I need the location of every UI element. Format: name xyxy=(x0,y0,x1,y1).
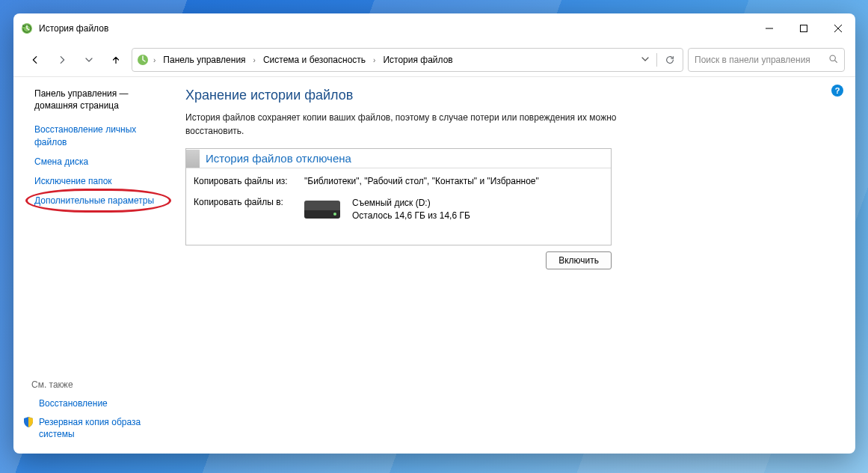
help-button[interactable]: ? xyxy=(831,85,843,97)
window-title: История файлов xyxy=(39,23,108,34)
sidebar-link-exclude-folders[interactable]: Исключение папок xyxy=(34,175,161,187)
page-title: Хранение истории файлов xyxy=(185,88,840,103)
status-heading: История файлов отключена xyxy=(200,149,357,168)
shield-icon xyxy=(22,416,34,428)
control-panel-window: История файлов xyxy=(13,13,855,454)
sidebar: Панель управления — домашняя страница Во… xyxy=(13,77,170,454)
sidebar-link-select-drive[interactable]: Смена диска xyxy=(34,156,161,168)
refresh-button[interactable] xyxy=(662,52,678,68)
up-button[interactable] xyxy=(105,49,127,71)
back-button[interactable] xyxy=(24,49,46,71)
status-panel: История файлов отключена Копировать файл… xyxy=(185,148,612,245)
see-also-item: Резервная копия образа системы xyxy=(22,416,161,440)
search-icon xyxy=(828,54,838,66)
see-also-item: Восстановление xyxy=(22,397,161,409)
see-also-system-image-link[interactable]: Резервная копия образа системы xyxy=(39,416,161,440)
copy-to-label: Копировать файлы в: xyxy=(194,197,304,222)
sidebar-link-advanced-settings[interactable]: Дополнительные параметры xyxy=(34,195,161,207)
app-icon xyxy=(21,22,33,34)
main-content: ? Хранение истории файлов История файлов… xyxy=(170,77,855,454)
copy-from-label: Копировать файлы из: xyxy=(194,176,304,186)
page-description: История файлов сохраняет копии ваших фай… xyxy=(185,111,664,138)
svg-rect-1 xyxy=(801,25,807,32)
copy-from-value: "Библиотеки", "Рабочий стол", "Контакты"… xyxy=(304,176,603,186)
chevron-right-icon[interactable]: › xyxy=(372,56,377,64)
control-panel-home-link[interactable]: Панель управления — домашняя страница xyxy=(34,88,161,112)
breadcrumb-item-2[interactable]: История файлов xyxy=(380,52,455,68)
minimize-button[interactable] xyxy=(752,13,787,43)
see-also-recovery-link[interactable]: Восстановление xyxy=(39,397,108,409)
chevron-down-icon[interactable] xyxy=(638,55,652,65)
forward-button[interactable] xyxy=(51,49,73,71)
breadcrumb-item-1[interactable]: Система и безопасность xyxy=(260,52,369,68)
turn-on-button[interactable]: Включить xyxy=(546,251,612,269)
titlebar: История файлов xyxy=(13,13,855,43)
svg-point-3 xyxy=(830,55,835,61)
breadcrumb-item-0[interactable]: Панель управления xyxy=(160,52,248,68)
chevron-right-icon[interactable]: › xyxy=(152,56,157,64)
recent-locations-button[interactable] xyxy=(78,49,100,71)
see-also-heading: См. также xyxy=(31,379,161,390)
navigation-bar: › Панель управления › Система и безопасн… xyxy=(13,43,855,76)
search-input[interactable] xyxy=(695,55,822,65)
breadcrumb-icon xyxy=(137,54,149,66)
close-button[interactable] xyxy=(821,13,855,43)
destination-free-space: Осталось 14,6 ГБ из 14,6 ГБ xyxy=(352,210,470,222)
chevron-right-icon[interactable]: › xyxy=(252,56,257,64)
sidebar-link-restore[interactable]: Восстановление личных файлов xyxy=(34,123,161,147)
destination-drive-name: Съемный диск (D:) xyxy=(352,197,470,210)
status-icon xyxy=(186,150,200,168)
maximize-button[interactable] xyxy=(787,13,821,43)
breadcrumb[interactable]: › Панель управления › Система и безопасн… xyxy=(132,48,683,72)
search-box[interactable] xyxy=(688,48,845,72)
drive-icon xyxy=(304,201,340,219)
